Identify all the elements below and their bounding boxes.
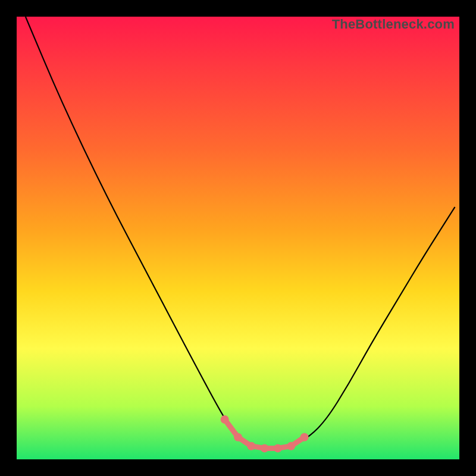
optimal-point-marker xyxy=(247,442,255,450)
chart-frame: TheBottleneck.com xyxy=(0,0,476,476)
optimal-point-marker xyxy=(221,415,229,424)
optimal-point-marker xyxy=(234,433,242,441)
bottleneck-curve xyxy=(26,17,455,448)
optimal-point-marker xyxy=(274,444,282,452)
curve-overlay xyxy=(17,17,459,459)
optimal-point-marker xyxy=(261,444,269,452)
watermark-text: TheBottleneck.com xyxy=(332,17,455,32)
optimal-point-marker xyxy=(300,433,309,441)
plot-area xyxy=(17,17,459,459)
optimal-point-marker xyxy=(287,442,295,450)
